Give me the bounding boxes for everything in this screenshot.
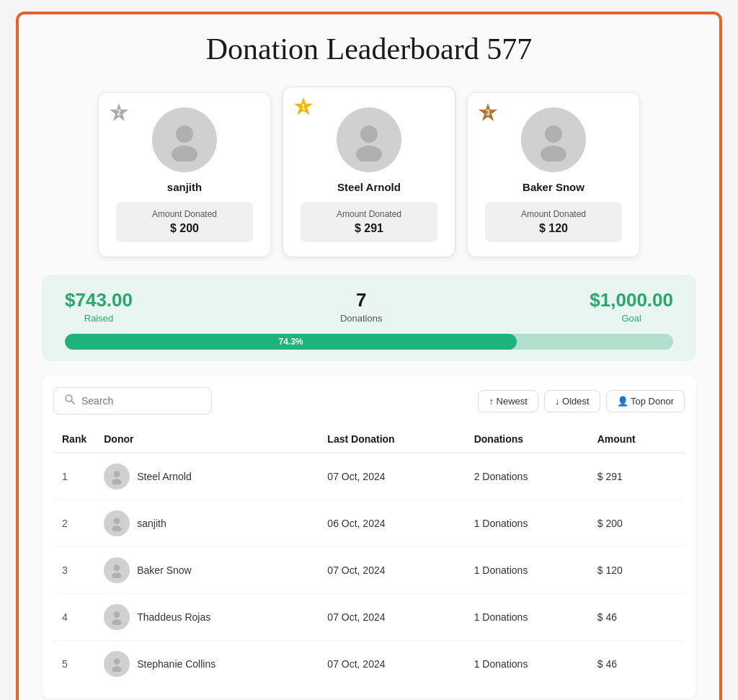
svg-text:3: 3 (486, 109, 490, 117)
amount-box-2nd: Amount Donated $ 200 (116, 202, 253, 242)
search-box[interactable] (53, 387, 212, 415)
svg-point-21 (112, 619, 122, 625)
last-donation-cell: 06 Oct, 2024 (319, 500, 465, 547)
amount-label-1st: Amount Donated (318, 209, 420, 219)
svg-point-19 (112, 572, 122, 578)
table-toolbar: ↑ Newest ↓ Oldest 👤 Top Donor (53, 387, 685, 415)
donors-table: Rank Donor Last Donation Donations Amoun… (53, 426, 685, 687)
col-donor: Donor (95, 426, 319, 453)
donor-name-3rd: Baker Snow (523, 181, 584, 193)
avatar-3rd (521, 107, 586, 172)
amount-cell: $ 120 (589, 547, 685, 594)
svg-point-20 (114, 611, 120, 618)
donations-cell: 1 Donations (466, 594, 589, 641)
goal-value: $1,000.00 (590, 289, 673, 311)
progress-bar-fill: 74.3% (65, 334, 517, 350)
table-avatar (104, 604, 130, 630)
amount-cell: $ 291 (589, 453, 685, 500)
search-icon (64, 394, 76, 408)
amount-box-1st: Amount Donated $ 291 (301, 202, 437, 242)
table-row: 2 sanjith 06 Oct, 2024 1 Donations $ 200 (53, 500, 685, 547)
raised-label: Raised (65, 313, 133, 324)
svg-text:1: 1 (301, 103, 306, 111)
avatar-2nd (152, 107, 217, 172)
filter-buttons: ↑ Newest ↓ Oldest 👤 Top Donor (478, 390, 685, 412)
donor-name-cell: sanjith (137, 518, 166, 529)
donor-name-1st: Steel Arnold (337, 181, 401, 193)
amount-value-3rd: $ 120 (502, 222, 605, 235)
podium-card-3rd: 3 Baker Snow Amount Donated $ 120 (467, 92, 640, 257)
leaderboard-container: Donation Leaderboard 577 2 sanjith Amoun… (16, 12, 722, 700)
col-donations: Donations (466, 426, 589, 453)
donor-cell: sanjith (95, 500, 319, 547)
svg-point-11 (541, 146, 566, 161)
donor-name-cell: Steel Arnold (137, 471, 192, 482)
rank-badge-3: 3 (476, 102, 499, 125)
donations-value: 7 (340, 289, 383, 311)
donor-name-2nd: sanjith (167, 181, 202, 193)
table-row: 3 Baker Snow 07 Oct, 2024 1 Donations $ … (53, 547, 685, 594)
col-rank: Rank (53, 426, 95, 453)
donor-cell: Thaddeus Rojas (95, 594, 319, 641)
table-avatar (104, 464, 130, 489)
donations-stat: 7 Donations (340, 289, 383, 324)
amount-value-1st: $ 291 (318, 222, 420, 235)
last-donation-cell: 07 Oct, 2024 (319, 453, 465, 500)
rank-cell: 1 (53, 453, 95, 500)
podium-section: 2 sanjith Amount Donated $ 200 1 (42, 87, 696, 257)
rank-cell: 4 (53, 594, 95, 641)
svg-point-23 (112, 666, 122, 672)
donations-cell: 1 Donations (466, 547, 589, 594)
amount-label-3rd: Amount Donated (502, 209, 605, 219)
amount-cell: $ 200 (589, 500, 685, 547)
stats-row: $743.00 Raised 7 Donations $1,000.00 Goa… (65, 289, 673, 324)
svg-point-10 (545, 125, 562, 143)
podium-card-2nd: 2 sanjith Amount Donated $ 200 (98, 92, 271, 257)
amount-value-2nd: $ 200 (133, 222, 236, 235)
svg-point-2 (176, 125, 193, 143)
donor-cell: Steel Arnold (95, 453, 319, 500)
amount-label-2nd: Amount Donated (133, 209, 236, 219)
svg-text:2: 2 (117, 109, 121, 117)
table-avatar (104, 651, 130, 677)
search-input[interactable] (81, 395, 201, 407)
avatar-1st (337, 107, 401, 172)
svg-point-18 (114, 564, 120, 571)
rank-badge-2: 2 (107, 102, 130, 125)
table-row: 5 Stephanie Collins 07 Oct, 2024 1 Donat… (53, 641, 685, 688)
svg-point-14 (114, 471, 120, 477)
donor-cell: Baker Snow (95, 547, 319, 594)
stats-bar: $743.00 Raised 7 Donations $1,000.00 Goa… (42, 275, 696, 361)
table-avatar (104, 557, 130, 583)
amount-box-3rd: Amount Donated $ 120 (485, 202, 622, 242)
col-last-donation: Last Donation (319, 426, 465, 453)
table-avatar (104, 510, 130, 536)
newest-filter-button[interactable]: ↑ Newest (478, 390, 538, 412)
oldest-filter-button[interactable]: ↓ Oldest (544, 390, 600, 412)
col-amount: Amount (589, 426, 685, 453)
svg-point-6 (360, 125, 378, 143)
amount-cell: $ 46 (589, 641, 685, 688)
progress-bar-bg: 74.3% (65, 334, 673, 350)
svg-point-17 (112, 526, 122, 531)
donations-cell: 1 Donations (466, 641, 589, 688)
svg-point-22 (114, 658, 120, 665)
donor-name-cell: Baker Snow (137, 564, 191, 576)
svg-point-3 (172, 146, 197, 161)
rank-cell: 2 (53, 500, 95, 547)
amount-cell: $ 46 (589, 594, 685, 641)
donor-cell: Stephanie Collins (95, 641, 319, 688)
svg-point-7 (356, 146, 382, 161)
podium-card-1st: 1 Steel Arnold Amount Donated $ 291 (283, 87, 455, 257)
table-section: ↑ Newest ↓ Oldest 👤 Top Donor Rank Donor… (42, 376, 696, 699)
rank-cell: 3 (53, 547, 95, 594)
table-row: 1 Steel Arnold 07 Oct, 2024 2 Donations … (53, 453, 685, 500)
donations-cell: 2 Donations (466, 453, 589, 500)
svg-line-13 (71, 401, 74, 404)
svg-point-15 (112, 479, 122, 484)
progress-label: 74.3% (279, 337, 303, 347)
table-row: 4 Thaddeus Rojas 07 Oct, 2024 1 Donation… (53, 594, 685, 641)
donations-cell: 1 Donations (466, 500, 589, 547)
donor-name-cell: Stephanie Collins (137, 658, 215, 670)
top-donor-filter-button[interactable]: 👤 Top Donor (606, 390, 685, 412)
